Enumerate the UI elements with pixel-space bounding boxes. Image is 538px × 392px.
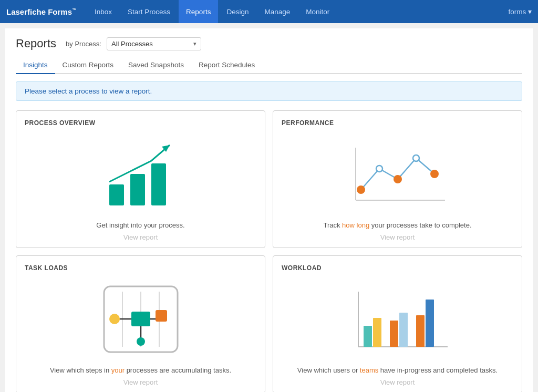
nav-start-process[interactable]: Start Process — [120, 0, 178, 23]
card-performance-link[interactable]: View report — [282, 233, 513, 241]
nav-design[interactable]: Design — [219, 0, 256, 23]
brand-name: Laserfiche Forms — [6, 7, 72, 16]
svg-point-11 — [357, 185, 365, 194]
tab-saved-snapshots[interactable]: Saved Snapshots — [121, 57, 191, 74]
process-select[interactable]: All Processes ▾ — [107, 37, 201, 50]
svg-rect-1 — [130, 174, 145, 205]
svg-rect-28 — [390, 321, 398, 347]
card-process-overview-link[interactable]: View report — [25, 233, 256, 241]
card-performance-visual — [282, 132, 513, 216]
svg-point-13 — [430, 170, 439, 178]
svg-rect-0 — [109, 184, 124, 205]
chevron-down-icon: ▾ — [193, 40, 196, 47]
navbar: Laserfiche Forms™ Inbox Start Process Re… — [0, 0, 538, 23]
svg-rect-31 — [426, 300, 434, 347]
card-performance: PERFORMANCE — [273, 110, 522, 248]
card-workload-link[interactable]: View report — [282, 378, 513, 386]
svg-point-19 — [109, 314, 120, 324]
svg-rect-26 — [364, 326, 372, 347]
svg-point-12 — [394, 175, 402, 183]
card-performance-desc: Track how long your processes take to co… — [282, 221, 513, 229]
nav-inbox[interactable]: Inbox — [87, 0, 119, 23]
nav-manage[interactable]: Manage — [257, 0, 297, 23]
card-process-overview: PROCESS OVERVIEW Get insight into your p… — [16, 110, 265, 248]
svg-rect-21 — [156, 310, 167, 322]
svg-point-7 — [376, 166, 382, 172]
process-select-value: All Processes — [111, 40, 190, 48]
card-process-overview-desc: Get insight into your process. — [25, 221, 256, 229]
svg-rect-2 — [151, 163, 166, 205]
nav-links: Inbox Start Process Reports Design Manag… — [87, 0, 508, 23]
card-workload-title: WORKLOAD — [282, 264, 322, 272]
by-process-label: by Process: — [66, 40, 101, 48]
page-content: Reports by Process: All Processes ▾ Insi… — [5, 28, 533, 392]
alert-banner: Please select a process to view a report… — [16, 81, 522, 101]
header-row: Reports by Process: All Processes ▾ — [16, 37, 522, 50]
svg-rect-20 — [131, 312, 150, 326]
svg-rect-29 — [399, 313, 408, 347]
tab-insights[interactable]: Insights — [16, 57, 55, 74]
svg-rect-27 — [373, 318, 381, 347]
card-workload: WORKLOAD View which u — [273, 255, 522, 392]
card-task-loads-title: TASK LOADS — [25, 264, 68, 272]
page-title: Reports — [16, 37, 56, 50]
card-task-loads-visual — [25, 277, 256, 361]
card-workload-desc: View which users or teams have in-progre… — [282, 366, 513, 374]
card-process-overview-visual — [25, 132, 256, 216]
cards-grid: PROCESS OVERVIEW Get insight into your p… — [16, 110, 522, 392]
svg-rect-30 — [416, 315, 425, 347]
tabs-bar: Insights Custom Reports Saved Snapshots … — [16, 57, 522, 74]
card-performance-title: PERFORMANCE — [282, 119, 334, 127]
nav-reports[interactable]: Reports — [179, 0, 218, 23]
card-task-loads-desc: View which steps in your processes are a… — [25, 366, 256, 374]
svg-point-9 — [413, 155, 419, 161]
card-task-loads-link[interactable]: View report — [25, 378, 256, 386]
tab-report-schedules[interactable]: Report Schedules — [191, 57, 262, 74]
card-task-loads: TASK LOADS — [16, 255, 265, 392]
user-menu[interactable]: forms ▾ — [508, 7, 532, 16]
card-process-overview-title: PROCESS OVERVIEW — [25, 119, 95, 127]
tab-custom-reports[interactable]: Custom Reports — [55, 57, 121, 74]
svg-point-23 — [137, 337, 145, 346]
brand-logo: Laserfiche Forms™ — [6, 7, 77, 16]
nav-monitor[interactable]: Monitor — [298, 0, 337, 23]
card-workload-visual — [282, 277, 513, 361]
